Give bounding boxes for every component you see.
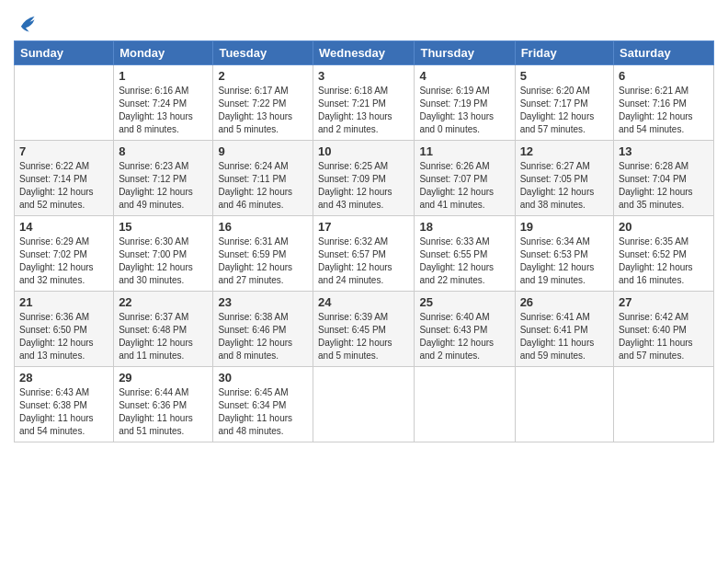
day-number: 25 [419,295,509,309]
day-info: Sunrise: 6:42 AM Sunset: 6:40 PM Dayligh… [619,311,709,362]
calendar-cell: 17 Sunrise: 6:32 AM Sunset: 6:57 PM Dayl… [313,216,415,292]
day-info: Sunrise: 6:25 AM Sunset: 7:09 PM Dayligh… [318,160,409,212]
page-header [14,9,714,33]
day-info: Sunrise: 6:38 AM Sunset: 6:46 PM Dayligh… [218,311,308,362]
calendar-cell: 21 Sunrise: 6:36 AM Sunset: 6:50 PM Dayl… [15,292,114,367]
day-info: Sunrise: 6:39 AM Sunset: 6:45 PM Dayligh… [318,311,409,362]
calendar-week-2: 7 Sunrise: 6:22 AM Sunset: 7:14 PM Dayli… [15,141,714,216]
calendar-cell [15,65,114,141]
day-number: 15 [119,220,208,234]
day-number: 9 [218,144,308,158]
day-number: 19 [520,220,609,234]
calendar-cell [415,367,515,442]
day-info: Sunrise: 6:30 AM Sunset: 7:00 PM Dayligh… [119,236,208,287]
day-info: Sunrise: 6:36 AM Sunset: 6:50 PM Dayligh… [19,311,108,362]
calendar-cell: 11 Sunrise: 6:26 AM Sunset: 7:07 PM Dayl… [415,141,515,216]
day-info: Sunrise: 6:28 AM Sunset: 7:04 PM Dayligh… [619,160,709,212]
day-number: 29 [119,371,208,385]
day-info: Sunrise: 6:23 AM Sunset: 7:12 PM Dayligh… [119,160,208,212]
calendar-cell: 8 Sunrise: 6:23 AM Sunset: 7:12 PM Dayli… [114,141,213,216]
day-info: Sunrise: 6:26 AM Sunset: 7:07 PM Dayligh… [419,160,509,212]
day-number: 22 [119,295,208,309]
day-number: 30 [218,371,308,385]
day-number: 18 [419,220,509,234]
day-info: Sunrise: 6:19 AM Sunset: 7:19 PM Dayligh… [419,85,509,136]
day-info: Sunrise: 6:21 AM Sunset: 7:16 PM Dayligh… [619,85,709,136]
day-info: Sunrise: 6:27 AM Sunset: 7:05 PM Dayligh… [520,160,609,212]
calendar-cell: 26 Sunrise: 6:41 AM Sunset: 6:41 PM Dayl… [515,292,613,367]
calendar-cell: 29 Sunrise: 6:44 AM Sunset: 6:36 PM Dayl… [114,367,213,442]
calendar-cell: 5 Sunrise: 6:20 AM Sunset: 7:17 PM Dayli… [515,65,613,141]
calendar-cell: 14 Sunrise: 6:29 AM Sunset: 7:02 PM Dayl… [15,216,114,292]
calendar-cell: 16 Sunrise: 6:31 AM Sunset: 6:59 PM Dayl… [213,216,313,292]
day-info: Sunrise: 6:43 AM Sunset: 6:38 PM Dayligh… [19,386,108,438]
day-info: Sunrise: 6:29 AM Sunset: 7:02 PM Dayligh… [19,236,108,287]
calendar-cell: 13 Sunrise: 6:28 AM Sunset: 7:04 PM Dayl… [614,141,714,216]
day-number: 5 [520,69,609,83]
day-number: 7 [19,144,108,158]
day-number: 13 [619,144,709,158]
calendar-table: SundayMondayTuesdayWednesdayThursdayFrid… [14,40,714,442]
calendar-cell: 30 Sunrise: 6:45 AM Sunset: 6:34 PM Dayl… [213,367,313,442]
day-number: 16 [218,220,308,234]
logo [14,13,36,33]
day-number: 2 [218,69,308,83]
calendar-cell: 10 Sunrise: 6:25 AM Sunset: 7:09 PM Dayl… [313,141,415,216]
logo-bird-icon [16,13,36,33]
calendar-cell: 25 Sunrise: 6:40 AM Sunset: 6:43 PM Dayl… [415,292,515,367]
day-info: Sunrise: 6:24 AM Sunset: 7:11 PM Dayligh… [218,160,308,212]
day-number: 20 [619,220,709,234]
day-number: 21 [19,295,108,309]
calendar-header-row: SundayMondayTuesdayWednesdayThursdayFrid… [15,41,714,65]
calendar-cell: 12 Sunrise: 6:27 AM Sunset: 7:05 PM Dayl… [515,141,613,216]
calendar-cell [313,367,415,442]
day-number: 6 [619,69,709,83]
calendar-cell: 20 Sunrise: 6:35 AM Sunset: 6:52 PM Dayl… [614,216,714,292]
day-info: Sunrise: 6:17 AM Sunset: 7:22 PM Dayligh… [218,85,308,136]
calendar-cell: 3 Sunrise: 6:18 AM Sunset: 7:21 PM Dayli… [313,65,415,141]
day-number: 24 [318,295,409,309]
day-info: Sunrise: 6:18 AM Sunset: 7:21 PM Dayligh… [318,85,409,136]
calendar-cell: 23 Sunrise: 6:38 AM Sunset: 6:46 PM Dayl… [213,292,313,367]
day-number: 14 [19,220,108,234]
day-info: Sunrise: 6:34 AM Sunset: 6:53 PM Dayligh… [520,236,609,287]
day-info: Sunrise: 6:16 AM Sunset: 7:24 PM Dayligh… [119,85,208,136]
calendar-header-thursday: Thursday [415,41,515,65]
day-number: 4 [419,69,509,83]
day-info: Sunrise: 6:41 AM Sunset: 6:41 PM Dayligh… [520,311,609,362]
calendar-cell: 24 Sunrise: 6:39 AM Sunset: 6:45 PM Dayl… [313,292,415,367]
calendar-week-1: 1 Sunrise: 6:16 AM Sunset: 7:24 PM Dayli… [15,65,714,141]
day-info: Sunrise: 6:20 AM Sunset: 7:17 PM Dayligh… [520,85,609,136]
calendar-header-monday: Monday [114,41,213,65]
calendar-cell [614,367,714,442]
calendar-cell: 1 Sunrise: 6:16 AM Sunset: 7:24 PM Dayli… [114,65,213,141]
day-info: Sunrise: 6:40 AM Sunset: 6:43 PM Dayligh… [419,311,509,362]
calendar-cell: 6 Sunrise: 6:21 AM Sunset: 7:16 PM Dayli… [614,65,714,141]
day-info: Sunrise: 6:32 AM Sunset: 6:57 PM Dayligh… [318,236,409,287]
calendar-cell: 19 Sunrise: 6:34 AM Sunset: 6:53 PM Dayl… [515,216,613,292]
day-info: Sunrise: 6:37 AM Sunset: 6:48 PM Dayligh… [119,311,208,362]
calendar-cell: 28 Sunrise: 6:43 AM Sunset: 6:38 PM Dayl… [15,367,114,442]
day-number: 28 [19,371,108,385]
calendar-cell: 9 Sunrise: 6:24 AM Sunset: 7:11 PM Dayli… [213,141,313,216]
day-number: 26 [520,295,609,309]
calendar-week-4: 21 Sunrise: 6:36 AM Sunset: 6:50 PM Dayl… [15,292,714,367]
calendar-header-wednesday: Wednesday [313,41,415,65]
day-number: 11 [419,144,509,158]
calendar-header-tuesday: Tuesday [213,41,313,65]
calendar-cell: 22 Sunrise: 6:37 AM Sunset: 6:48 PM Dayl… [114,292,213,367]
day-info: Sunrise: 6:31 AM Sunset: 6:59 PM Dayligh… [218,236,308,287]
day-info: Sunrise: 6:35 AM Sunset: 6:52 PM Dayligh… [619,236,709,287]
calendar-header-friday: Friday [515,41,613,65]
day-info: Sunrise: 6:22 AM Sunset: 7:14 PM Dayligh… [19,160,108,212]
calendar-cell: 4 Sunrise: 6:19 AM Sunset: 7:19 PM Dayli… [415,65,515,141]
day-number: 8 [119,144,208,158]
calendar-cell: 18 Sunrise: 6:33 AM Sunset: 6:55 PM Dayl… [415,216,515,292]
day-number: 17 [318,220,409,234]
calendar-cell: 27 Sunrise: 6:42 AM Sunset: 6:40 PM Dayl… [614,292,714,367]
calendar-cell: 7 Sunrise: 6:22 AM Sunset: 7:14 PM Dayli… [15,141,114,216]
calendar-header-saturday: Saturday [614,41,714,65]
day-info: Sunrise: 6:44 AM Sunset: 6:36 PM Dayligh… [119,386,208,438]
calendar-cell: 2 Sunrise: 6:17 AM Sunset: 7:22 PM Dayli… [213,65,313,141]
calendar-cell [515,367,613,442]
